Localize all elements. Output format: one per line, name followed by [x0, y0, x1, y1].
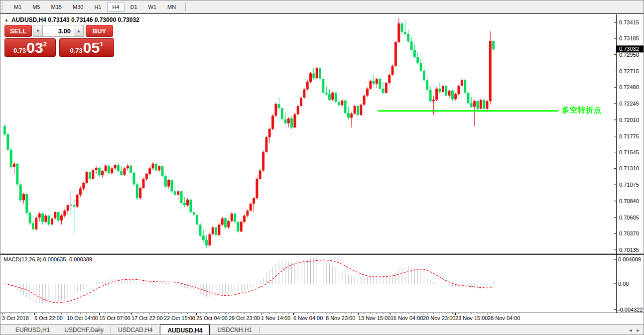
timeframe-toolbar: M1M5M15M30H1H4D1W1MN: [0, 0, 644, 13]
one-click-trade-panel: SELL ▼ 3.00 ▲ BUY 0.73 03 2 0.73 05 1: [4, 25, 115, 57]
chart-canvas[interactable]: 0.734150.731850.729500.727150.724800.722…: [0, 14, 644, 325]
svg-text:0.73415: 0.73415: [619, 19, 639, 25]
svg-text:0.72950: 0.72950: [619, 52, 639, 58]
svg-text:0.72715: 0.72715: [619, 68, 639, 74]
volume-decrease-button[interactable]: ▼: [33, 25, 43, 37]
chart-title: ▲ AUDUSD,H4 0.73143 0.73146 0.73000 0.73…: [4, 16, 139, 23]
svg-text:15 Oct 07:00: 15 Oct 07:00: [99, 315, 130, 321]
chart-tabs: EURUSD,H1USDCHF,DailyUSDCAD,H4AUDUSD,H4U…: [8, 325, 259, 335]
tab-scroll-left-icon[interactable]: ◂: [629, 327, 632, 334]
svg-text:20 Nov 23:00: 20 Nov 23:00: [423, 315, 455, 321]
chart-title-text: AUDUSD,H4 0.73143 0.73146 0.73000 0.7303…: [11, 16, 139, 23]
volume-increase-button[interactable]: ▲: [74, 25, 84, 37]
macd-indicator-label: MACD(12,26,9) 0.000635 -0.000389: [3, 256, 92, 262]
svg-text:0.73032: 0.73032: [619, 46, 639, 52]
toolbar-separator: [185, 2, 186, 11]
tab-separator: [259, 327, 259, 334]
chart-tab-bar: EURUSD,H1USDCHF,DailyUSDCAD,H4AUDUSD,H4U…: [0, 324, 644, 335]
timeframe-button-MN[interactable]: MN: [162, 2, 181, 12]
svg-text:0.70840: 0.70840: [619, 198, 639, 204]
timeframe-button-M5[interactable]: M5: [27, 2, 45, 12]
svg-text:0.70605: 0.70605: [619, 215, 639, 221]
tab-usdchfdaily[interactable]: USDCHF,Daily: [57, 325, 111, 335]
timeframe-button-M15[interactable]: M15: [46, 2, 67, 12]
timeframe-button-M1[interactable]: M1: [9, 2, 26, 12]
buy-price-big: 05: [83, 40, 100, 55]
macd-signal-line: [4, 260, 493, 303]
timeframe-button-D1[interactable]: D1: [126, 2, 142, 12]
tab-audusdh4[interactable]: AUDUSD,H4: [160, 325, 210, 335]
svg-text:-0.004322: -0.004322: [618, 307, 643, 313]
volume-stepper: ▼ 3.00 ▲: [33, 25, 84, 37]
svg-text:22 Oct 15:00: 22 Oct 15:00: [164, 315, 195, 321]
timeframe-button-M30[interactable]: M30: [68, 2, 88, 12]
svg-text:13 Nov 15:00: 13 Nov 15:00: [358, 315, 390, 321]
svg-text:8 Nov 23:00: 8 Nov 23:00: [326, 315, 355, 321]
buy-price-sup: 1: [100, 40, 103, 48]
timeframe-button-H4[interactable]: H4: [107, 2, 124, 12]
timeframe-button-W1[interactable]: W1: [143, 2, 162, 12]
tab-usdcnhh1[interactable]: USDCNH,H1: [210, 325, 259, 335]
buy-price-display[interactable]: 0.73 05 1: [59, 38, 114, 57]
sell-button[interactable]: SELL: [4, 25, 32, 37]
sell-price-sup: 2: [43, 40, 47, 48]
svg-text:29 Oct 23:00: 29 Oct 23:00: [229, 315, 260, 321]
time-axis: 3 Oct 20185 Oct 22:0010 Oct 14:0015 Oct …: [2, 313, 520, 321]
svg-text:0.71775: 0.71775: [619, 133, 639, 139]
svg-text:0.71545: 0.71545: [619, 149, 639, 155]
svg-text:25 Oct 04:00: 25 Oct 04:00: [196, 315, 228, 321]
panel-separators: [0, 253, 644, 313]
buy-price-prefix: 0.73: [70, 47, 83, 54]
svg-text:1 Nov 14:00: 1 Nov 14:00: [261, 315, 290, 321]
svg-text:17 Oct 22:00: 17 Oct 22:00: [131, 315, 163, 321]
svg-text:0.70370: 0.70370: [619, 230, 639, 236]
sell-price-prefix: 0.73: [13, 47, 26, 54]
svg-text:0.73185: 0.73185: [619, 35, 639, 41]
svg-text:16 Nov 04:00: 16 Nov 04:00: [390, 315, 423, 321]
timeframe-buttons: M1M5M15M30H1H4D1W1MN: [8, 2, 181, 12]
trendline-annotation: 多空转折点: [562, 106, 602, 115]
svg-text:6 Nov 04:00: 6 Nov 04:00: [293, 315, 323, 321]
volume-input[interactable]: 3.00: [43, 25, 74, 37]
chart-window: 0.734150.731850.729500.727150.724800.722…: [0, 13, 644, 324]
svg-text:0.71075: 0.71075: [619, 182, 639, 188]
timeframe-button-H1[interactable]: H1: [89, 2, 106, 12]
svg-text:28 Nov 04:00: 28 Nov 04:00: [488, 315, 520, 321]
svg-text:0.00: 0.00: [618, 281, 629, 287]
toolbar-grip-handle[interactable]: [1, 2, 5, 12]
svg-text:5 Oct 22:00: 5 Oct 22:00: [34, 315, 63, 321]
svg-text:0.72480: 0.72480: [619, 84, 639, 90]
tab-usdcadh4[interactable]: USDCAD,H4: [111, 325, 159, 335]
svg-text:0.72010: 0.72010: [619, 117, 639, 123]
tab-bar-pad: [0, 325, 8, 335]
tab-scroll-arrows: ◂ ▸: [629, 325, 640, 335]
svg-text:10 Oct 14:00: 10 Oct 14:00: [67, 315, 98, 321]
collapse-panel-icon[interactable]: ▲: [4, 18, 8, 22]
tab-eurusdh1[interactable]: EURUSD,H1: [8, 325, 57, 335]
sell-price-display[interactable]: 0.73 03 2: [4, 38, 56, 57]
sell-price-big: 03: [26, 40, 43, 55]
terminal-window: M1M5M15M30H1H4D1W1MN 0.734150.731850.729…: [0, 0, 644, 335]
svg-text:0.71310: 0.71310: [619, 165, 639, 171]
buy-button[interactable]: BUY: [86, 25, 113, 37]
svg-text:0.70135: 0.70135: [619, 247, 639, 253]
svg-text:3 Oct 2018: 3 Oct 2018: [2, 315, 29, 321]
svg-text:0.72245: 0.72245: [619, 101, 639, 107]
tab-scroll-right-icon[interactable]: ▸: [637, 327, 640, 334]
price-axis: 0.734150.731850.729500.727150.724800.722…: [614, 14, 644, 313]
svg-text:0.004089: 0.004089: [618, 256, 641, 262]
macd-histogram: [5, 258, 494, 304]
svg-text:23 Nov 15:00: 23 Nov 15:00: [455, 315, 488, 321]
